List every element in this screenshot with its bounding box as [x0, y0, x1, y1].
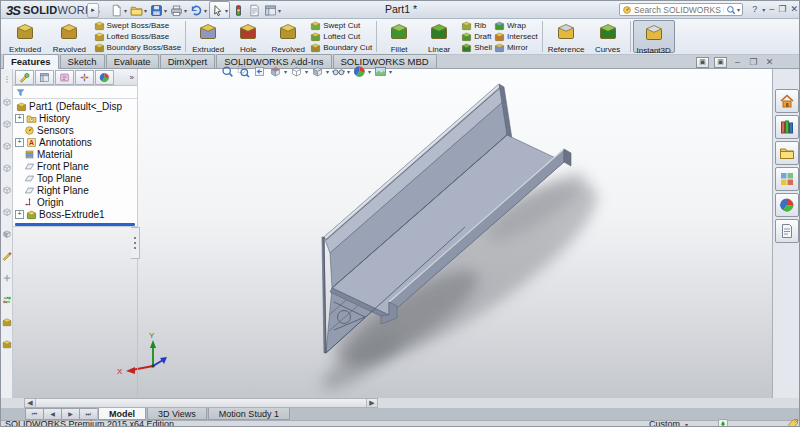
flyout-pane-toggle-button[interactable]: ▣ — [714, 57, 727, 68]
tree-item-origin[interactable]: Origin — [13, 196, 137, 208]
tab-features[interactable]: Features — [3, 54, 59, 69]
boundary-cut-button[interactable]: Boundary Cut — [310, 42, 372, 53]
expand-icon[interactable]: + — [15, 114, 24, 123]
tab-evaluate[interactable]: Evaluate — [106, 54, 159, 68]
view-tool-2-icon[interactable] — [2, 115, 12, 133]
tab-sketch[interactable]: Sketch — [60, 54, 105, 68]
hide-show-items-icon[interactable]: ▾ — [332, 65, 350, 78]
panel-splitter-handle[interactable] — [131, 227, 140, 259]
view-tool-4-icon[interactable] — [2, 159, 12, 177]
feature-tool-1-icon[interactable] — [2, 313, 12, 331]
tree-item-sensors[interactable]: Sensors — [13, 124, 137, 136]
lofted-boss-base-button[interactable]: Lofted Boss/Base — [94, 31, 182, 42]
file-explorer-button[interactable] — [775, 141, 799, 165]
view-orientation-icon[interactable]: ▾ — [290, 65, 308, 78]
view-tool-6-icon[interactable] — [2, 203, 12, 221]
display-style-icon[interactable]: ▾ — [311, 65, 329, 78]
property-manager-tab[interactable] — [35, 70, 54, 85]
exploded-view-tool-icon[interactable] — [2, 291, 12, 309]
extruded-cut-button[interactable]: ExtrudedCut — [188, 20, 228, 53]
swept-boss-base-button[interactable]: Swept Boss/Base — [94, 20, 182, 31]
tree-item-history[interactable]: +History — [13, 112, 137, 124]
view-tool-7-icon[interactable] — [2, 225, 12, 243]
boundary-boss-base-button[interactable]: Boundary Boss/Base — [94, 42, 182, 53]
revolved-boss-base-button[interactable]: RevolvedBoss/Base — [47, 20, 91, 53]
help-button[interactable]: ? — [752, 3, 757, 16]
performance-indicator-icon[interactable] — [717, 418, 729, 427]
tree-item-right-plane[interactable]: Right Plane — [13, 184, 137, 196]
graphics-area[interactable]: X Y ▾▾▾▾▾▾ » Part1 (Default<_Disp+Histor… — [13, 69, 772, 398]
scroll-right-arrow[interactable]: ▶ — [366, 399, 377, 407]
linear-pattern-icon — [429, 21, 449, 45]
plane-icon — [24, 161, 35, 172]
configuration-manager-tab[interactable] — [55, 70, 74, 85]
tree-item-material-not-specified-[interactable]: Material — [13, 148, 137, 160]
edit-appearance-icon[interactable]: ▾ — [353, 65, 371, 78]
design-library-button[interactable] — [775, 115, 799, 139]
tree-filter-bar[interactable] — [13, 86, 137, 99]
display-pane-toggle-button[interactable]: ▣ — [696, 57, 709, 68]
tab-dimxpert[interactable]: DimXpert — [160, 54, 216, 68]
appearances-scenes-button[interactable] — [775, 193, 799, 217]
previous-view-icon[interactable] — [253, 65, 266, 78]
doc-restore-button[interactable]: ❐ — [748, 58, 759, 67]
instant3d-button[interactable]: Instant3D — [633, 20, 675, 53]
document-window-controls: ▣▣–❐✕ — [696, 57, 775, 68]
view-tool-5-icon[interactable] — [2, 181, 12, 199]
view-palette-button[interactable] — [775, 167, 799, 191]
tree-root-part[interactable]: Part1 (Default<_Disp — [13, 100, 137, 112]
feature-tool-2-icon[interactable] — [2, 335, 12, 353]
restore-button[interactable]: ❐ — [778, 3, 786, 16]
extruded-cut-icon — [198, 21, 218, 45]
minimize-button[interactable]: – — [769, 3, 774, 16]
linear-pattern-button[interactable]: LinearPattern▾ — [419, 20, 459, 53]
mirror-button[interactable]: Mirror — [494, 42, 538, 53]
tree-item-annotations[interactable]: +AAnnotations — [13, 136, 137, 148]
dimxpert-manager-tab[interactable] — [75, 70, 94, 85]
scroll-thumb[interactable] — [36, 399, 366, 407]
sketch-tool-icon[interactable] — [2, 247, 12, 265]
revolved-cut-button[interactable]: RevolvedCut — [268, 20, 308, 53]
display-manager-tab[interactable] — [95, 70, 114, 85]
doc-minimize-button[interactable]: – — [732, 58, 743, 67]
scroll-left-arrow[interactable]: ◀ — [25, 399, 36, 407]
custom-properties-button[interactable] — [775, 219, 799, 243]
close-button[interactable]: ✕ — [790, 3, 798, 16]
view-tool-1-icon[interactable] — [2, 93, 12, 111]
tags-icon[interactable] — [787, 418, 799, 427]
view-tool-3-icon[interactable] — [2, 137, 12, 155]
hole-wizard-button[interactable]: HoleWizard — [228, 20, 268, 53]
help-caret-icon[interactable]: ▾ — [762, 6, 765, 13]
solidworks-resources-button[interactable] — [775, 89, 799, 113]
add-tool-icon[interactable] — [2, 269, 12, 287]
zoom-to-fit-icon[interactable] — [221, 65, 234, 78]
fillet-button[interactable]: Fillet▾ — [379, 20, 419, 53]
status-bar: SOLIDWORKS Premium 2015 x64 Edition Cust… — [1, 420, 800, 427]
curves-button[interactable]: Curves▾ — [588, 20, 628, 53]
doc-close-button[interactable]: ✕ — [764, 58, 775, 67]
unit-system-selector[interactable]: Custom▾ — [649, 419, 688, 427]
expand-icon[interactable]: + — [15, 138, 24, 147]
hole-wizard-icon — [238, 21, 258, 45]
extruded-boss-base-button[interactable]: ExtrudedBoss/Base — [3, 20, 47, 53]
reference-geometry-icon — [556, 21, 576, 45]
section-view-icon[interactable]: ▾ — [269, 65, 287, 78]
search-icon[interactable] — [726, 1, 736, 19]
more-tabs-chevron-icon[interactable]: » — [130, 73, 134, 82]
bottom-tab-motion-study-1[interactable]: Motion Study 1 — [208, 408, 290, 420]
search-input[interactable] — [632, 4, 726, 16]
zoom-to-area-icon[interactable] — [237, 65, 250, 78]
horizontal-scrollbar[interactable]: ◀ ▶ — [24, 398, 378, 408]
search-caret-icon[interactable]: ▾ — [737, 6, 740, 13]
bottom-scroll-row: ◀ ▶ — [1, 398, 800, 408]
tree-item-top-plane[interactable]: Top Plane — [13, 172, 137, 184]
rollback-bar[interactable] — [15, 223, 135, 226]
apply-scene-icon[interactable]: ▾ — [374, 65, 392, 78]
reference-geometry-button[interactable]: ReferenceGeometry▾ — [545, 20, 588, 53]
ribbon-group-2: ExtrudedCutHoleWizardRevolvedCutSwept Cu… — [188, 20, 374, 53]
shell-button[interactable]: Shell — [461, 42, 492, 53]
tree-item-boss-extrude1[interactable]: +Boss-Extrude1 — [13, 208, 137, 220]
tree-item-front-plane[interactable]: Front Plane — [13, 160, 137, 172]
help-search[interactable]: ▾ — [619, 3, 743, 16]
expand-icon[interactable]: + — [15, 210, 24, 219]
